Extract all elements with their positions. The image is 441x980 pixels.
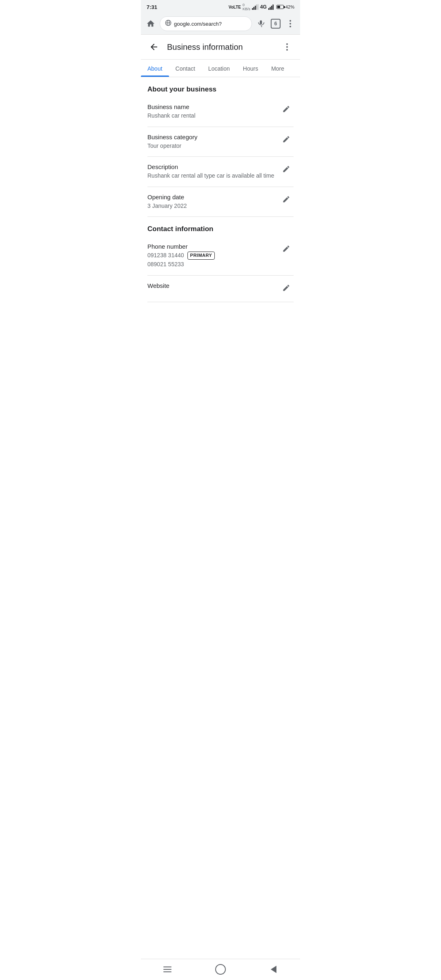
phone-lines: 091238 31440 PRIMARY 089021 55233 xyxy=(147,252,279,268)
header-more-button[interactable] xyxy=(281,40,294,53)
opening-date-field: Opening date 3 January 2022 xyxy=(147,187,294,217)
svg-rect-2 xyxy=(255,6,256,10)
about-section-title: About your business xyxy=(147,77,294,97)
secondary-phone-row: 089021 55233 xyxy=(147,261,279,269)
primary-phone-row: 091238 31440 PRIMARY xyxy=(147,252,279,260)
network-label: VoLTE xyxy=(229,5,241,9)
website-content: Website xyxy=(147,282,279,291)
tab-contact[interactable]: Contact xyxy=(169,60,202,77)
business-category-value: Tour operator xyxy=(147,142,279,150)
phone-edit-button[interactable] xyxy=(279,241,294,256)
description-label: Description xyxy=(147,163,279,170)
edit-icon-5 xyxy=(282,245,290,253)
back-button[interactable] xyxy=(147,40,160,53)
phone-number-label: Phone number xyxy=(147,243,279,250)
svg-rect-5 xyxy=(268,8,270,10)
tab-hours[interactable]: Hours xyxy=(236,60,265,77)
tab-location[interactable]: Location xyxy=(202,60,236,77)
svg-rect-0 xyxy=(252,8,253,10)
battery-percent: 42% xyxy=(285,4,294,9)
business-name-edit-button[interactable] xyxy=(279,102,294,116)
browser-bar: google.com/search? 6 xyxy=(141,13,300,35)
mic-button[interactable] xyxy=(255,18,267,29)
description-field: Description Rushank car rental all type … xyxy=(147,157,294,187)
business-name-value: Rushank car rental xyxy=(147,112,279,120)
svg-rect-3 xyxy=(256,4,257,10)
data-speed: 0KB/s xyxy=(243,3,250,11)
edit-icon-6 xyxy=(282,284,290,292)
time-display: 7:31 xyxy=(147,4,157,10)
home-button[interactable] xyxy=(145,18,156,29)
url-text: google.com/search? xyxy=(174,21,222,27)
svg-rect-8 xyxy=(272,4,274,10)
opening-date-edit-button[interactable] xyxy=(279,192,294,207)
business-name-field: Business name Rushank car rental xyxy=(147,97,294,127)
phone-number-content: Phone number 091238 31440 PRIMARY 089021… xyxy=(147,243,279,268)
edit-icon-4 xyxy=(282,195,290,203)
tab-more[interactable]: More xyxy=(265,60,291,77)
browser-more-button[interactable] xyxy=(285,18,296,29)
security-icon xyxy=(165,20,172,28)
edit-icon-3 xyxy=(282,165,290,173)
signal-icon-2 xyxy=(268,4,275,10)
svg-rect-4 xyxy=(258,4,258,10)
edit-icon-2 xyxy=(282,135,290,143)
tab-about[interactable]: About xyxy=(141,60,169,77)
url-bar[interactable]: google.com/search? xyxy=(160,16,252,31)
battery-icon xyxy=(276,5,284,9)
description-edit-button[interactable] xyxy=(279,162,294,176)
more-dots-icon xyxy=(290,20,291,27)
phone-number-value: 091238 31440 PRIMARY 089021 55233 xyxy=(147,252,279,268)
business-category-edit-button[interactable] xyxy=(279,132,294,147)
business-category-content: Business category Tour operator xyxy=(147,134,279,150)
svg-rect-1 xyxy=(253,7,254,10)
primary-phone-number: 091238 31440 xyxy=(147,252,184,260)
opening-date-label: Opening date xyxy=(147,194,279,200)
svg-rect-6 xyxy=(270,7,271,10)
status-icons: VoLTE 0KB/s 4G 42% xyxy=(229,3,294,11)
tabs-count: 6 xyxy=(271,19,281,29)
primary-badge: PRIMARY xyxy=(187,252,215,259)
page-header: Business information xyxy=(141,35,300,60)
website-edit-button[interactable] xyxy=(279,281,294,295)
opening-date-value: 3 January 2022 xyxy=(147,202,279,210)
description-content: Description Rushank car rental all type … xyxy=(147,163,279,180)
business-category-field: Business category Tour operator xyxy=(147,127,294,157)
secondary-phone-number: 089021 55233 xyxy=(147,261,184,269)
description-value: Rushank car rental all type car is avail… xyxy=(147,172,279,180)
svg-rect-7 xyxy=(271,6,272,10)
tabs-navigation: About Contact Location Hours More xyxy=(141,60,300,77)
edit-icon xyxy=(282,105,290,113)
back-arrow-icon xyxy=(149,42,159,52)
contact-section-title: Contact information xyxy=(147,217,294,236)
tabs-button[interactable]: 6 xyxy=(270,18,281,29)
page-title: Business information xyxy=(167,42,274,52)
business-name-content: Business name Rushank car rental xyxy=(147,103,279,120)
business-category-label: Business category xyxy=(147,134,279,140)
status-bar: 7:31 VoLTE 0KB/s 4G 42% xyxy=(141,0,300,13)
page-content: About your business Business name Rushan… xyxy=(141,77,300,327)
home-icon xyxy=(146,19,155,28)
opening-date-content: Opening date 3 January 2022 xyxy=(147,194,279,210)
header-more-dots-icon xyxy=(286,43,288,51)
phone-number-field: Phone number 091238 31440 PRIMARY 089021… xyxy=(147,236,294,275)
signal-icon xyxy=(252,4,258,10)
network-type: 4G xyxy=(260,4,267,10)
business-name-label: Business name xyxy=(147,103,279,110)
website-field: Website xyxy=(147,276,294,302)
website-label: Website xyxy=(147,282,279,289)
